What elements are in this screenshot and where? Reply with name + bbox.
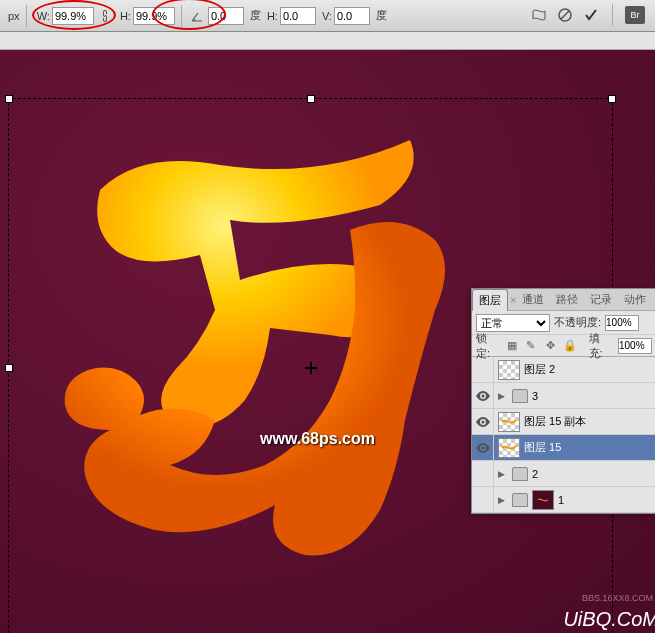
layer-row[interactable]: 图层 15 副本 [472,409,655,435]
width-label: W: [37,10,50,22]
layer-row[interactable]: 图层 2 [472,357,655,383]
svg-point-3 [481,420,484,423]
transform-handle[interactable] [608,95,616,103]
warp-icon[interactable] [530,6,548,24]
layer-name[interactable]: 2 [532,468,538,480]
angle-input[interactable] [208,7,244,25]
layer-group-row[interactable]: ▶2 [472,461,655,487]
lock-transparency-icon[interactable]: ▦ [505,339,518,353]
hskew-input[interactable] [280,7,316,25]
commit-icon[interactable] [582,6,600,24]
watermark: UiBQ.CoM [563,608,655,631]
svg-point-4 [481,446,484,449]
width-input[interactable] [52,7,94,25]
angle-unit: 度 [250,8,261,23]
visibility-toggle[interactable] [472,383,494,409]
transform-handle[interactable] [5,364,13,372]
options-bar: px W: H: 度 H: V: 度 Br [0,0,655,32]
brush-preset-icon[interactable]: Br [625,6,645,24]
transform-handle[interactable] [307,95,315,103]
opacity-label: 不透明度: [554,315,601,330]
vskew-input[interactable] [334,7,370,25]
tab-paths[interactable]: 路径 [550,289,584,310]
layer-thumb [498,360,520,380]
anchor-label: px [8,10,20,22]
tab-channels[interactable]: 通道 [516,289,550,310]
angle-icon [188,7,206,25]
folder-icon [512,467,528,481]
fill-input[interactable] [618,338,652,354]
vskew-label: V: [322,10,332,22]
layer-name[interactable]: 图层 15 副本 [524,414,586,429]
vskew-unit: 度 [376,8,387,23]
link-icon[interactable] [96,7,114,25]
visibility-toggle[interactable] [472,461,494,487]
fill-label: 填充: [589,331,612,361]
watermark: www.68ps.com [260,430,375,448]
disclosure-icon[interactable]: ▶ [498,391,508,401]
transform-center[interactable] [305,362,317,374]
layer-thumb [532,490,554,510]
separator [612,4,613,26]
visibility-toggle[interactable] [472,409,494,435]
svg-point-2 [481,394,484,397]
layers-panel: 图层 × 通道 路径 记录 动作 正常 不透明度: 锁定: ▦ ✎ ✥ 🔒 填充… [471,288,655,514]
transform-handle[interactable] [5,95,13,103]
layer-group-row[interactable]: ▶3 [472,383,655,409]
lock-pixels-icon[interactable]: ✎ [524,339,537,353]
lock-all-icon[interactable]: 🔒 [563,339,577,353]
layer-thumb [498,438,520,458]
height-label: H: [120,10,131,22]
height-input[interactable] [133,7,175,25]
layer-row[interactable]: 图层 15 [472,435,655,461]
cancel-icon[interactable] [556,6,574,24]
tab-actions[interactable]: 动作 [618,289,652,310]
layer-name[interactable]: 1 [558,494,564,506]
layer-name[interactable]: 图层 15 [524,440,561,455]
separator [26,5,27,27]
layer-name[interactable]: 3 [532,390,538,402]
panel-tabs: 图层 × 通道 路径 记录 动作 [472,289,655,311]
hskew-label: H: [267,10,278,22]
opacity-input[interactable] [605,315,639,331]
folder-icon [512,389,528,403]
layer-thumb [498,412,520,432]
disclosure-icon[interactable]: ▶ [498,469,508,479]
blend-mode-select[interactable]: 正常 [476,314,550,332]
visibility-toggle[interactable] [472,435,494,461]
tab-history[interactable]: 记录 [584,289,618,310]
visibility-toggle[interactable] [472,487,494,513]
folder-icon [512,493,528,507]
layers-list: 图层 2▶3图层 15 副本图层 15▶2▶1 [472,357,655,513]
lock-label: 锁定: [476,331,499,361]
ruler-horizontal [0,32,655,50]
visibility-toggle[interactable] [472,357,494,383]
watermark: BBS.16XX8.COM [582,593,653,603]
disclosure-icon[interactable]: ▶ [498,495,508,505]
lock-position-icon[interactable]: ✥ [544,339,557,353]
layer-name[interactable]: 图层 2 [524,362,555,377]
tab-layers[interactable]: 图层 [472,289,508,311]
layer-group-row[interactable]: ▶1 [472,487,655,513]
separator [181,5,182,27]
svg-line-1 [561,11,569,19]
